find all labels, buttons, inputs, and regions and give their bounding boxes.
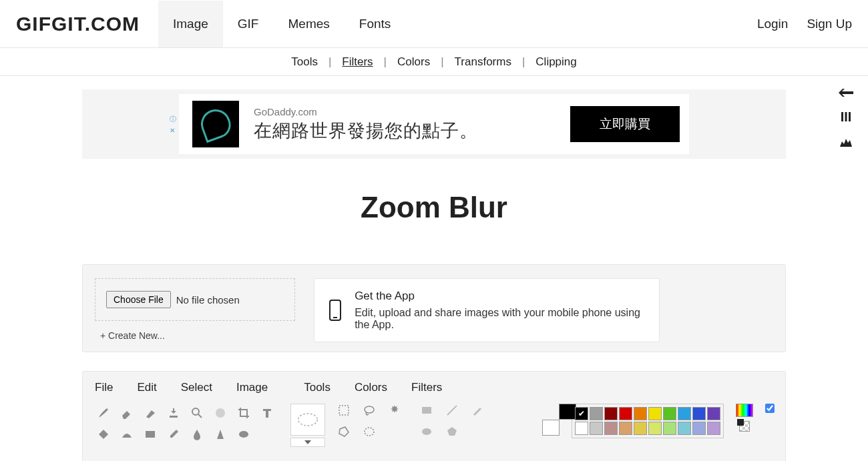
app-card-desc: Edit, upload and share images with your … <box>355 307 644 331</box>
eyedropper-tool-icon[interactable] <box>164 425 184 444</box>
ad-badge[interactable]: ⓘ ✕ <box>170 115 176 134</box>
editor-menubar: File Edit Select Image Tools Colors Filt… <box>93 380 775 404</box>
login-link[interactable]: Login <box>757 17 789 31</box>
subnav-clipping[interactable]: Clipping <box>526 55 586 69</box>
crop-tool-icon[interactable] <box>234 404 254 422</box>
ad-cta-button[interactable]: 立即購買 <box>570 106 680 142</box>
palette-swatch[interactable] <box>619 422 632 435</box>
subnav-transforms[interactable]: Transforms <box>445 55 521 69</box>
create-new-link[interactable]: + Create New... <box>95 330 295 341</box>
subnav-filters[interactable]: Filters <box>333 55 382 69</box>
palette-swatch[interactable] <box>707 422 720 435</box>
no-file-label: No file chosen <box>176 294 240 306</box>
close-icon[interactable]: ✕ <box>170 127 176 134</box>
choose-file-button[interactable]: Choose File <box>106 291 171 308</box>
palette-swatch[interactable] <box>619 407 632 420</box>
palette-swatch[interactable] <box>707 407 720 420</box>
ad-text: GoDaddy.com 在網路世界發揚您的點子。 <box>254 106 570 143</box>
palette-swatch[interactable] <box>692 407 706 420</box>
columns-icon[interactable] <box>841 110 851 125</box>
separator: | <box>439 55 445 69</box>
app-card-title: Get the App <box>355 290 644 303</box>
line-tool-icon[interactable] <box>445 404 465 422</box>
separator: | <box>383 55 388 69</box>
svg-point-10 <box>365 428 374 436</box>
rect-select-icon[interactable] <box>337 404 357 422</box>
svg-point-4 <box>216 408 225 418</box>
transparency-swatch[interactable] <box>739 421 750 432</box>
brush-tool-icon[interactable] <box>93 404 114 422</box>
palette-swatch[interactable] <box>663 407 676 420</box>
polygon-select-icon[interactable] <box>337 425 357 444</box>
nav-memes[interactable]: Memes <box>273 1 344 47</box>
background-swatch[interactable] <box>542 420 560 436</box>
sharpen-tool-icon[interactable] <box>210 425 230 444</box>
color-picker-icon[interactable] <box>736 404 753 417</box>
blur-tool-icon[interactable] <box>187 425 207 444</box>
move-tool-icon[interactable] <box>210 404 230 422</box>
nav-image[interactable]: Image <box>158 1 223 47</box>
selection-tools <box>337 404 408 444</box>
bucket-tool-icon[interactable] <box>93 425 114 444</box>
menu-select[interactable]: Select <box>181 381 212 394</box>
file-dropzone[interactable]: Choose File No file chosen <box>95 278 295 321</box>
menu-image[interactable]: Image <box>236 381 268 394</box>
palette-swatch[interactable] <box>590 407 603 420</box>
subnav-tools[interactable]: Tools <box>282 55 327 69</box>
polygon-shape-icon[interactable] <box>445 425 465 444</box>
smudge-tool-icon[interactable] <box>140 404 160 422</box>
foreground-swatch[interactable] <box>559 404 576 420</box>
ellipse-tool-icon[interactable] <box>234 425 254 444</box>
rectangle-tool-icon[interactable] <box>140 425 160 444</box>
magic-wand-icon[interactable] <box>388 404 408 422</box>
palette-swatch[interactable] <box>590 422 603 435</box>
text-tool-icon[interactable] <box>257 404 277 422</box>
eraser-tool-icon[interactable] <box>117 404 137 422</box>
options-checkbox[interactable] <box>765 404 775 413</box>
info-icon[interactable]: ⓘ <box>170 115 176 124</box>
palette-swatch[interactable] <box>663 422 676 435</box>
pencil-tool-icon[interactable] <box>471 404 491 422</box>
nav-fonts[interactable]: Fonts <box>345 1 406 47</box>
clone-stamp-icon[interactable] <box>164 404 184 422</box>
palette-swatch[interactable] <box>648 422 662 435</box>
palette-swatch[interactable] <box>634 422 647 435</box>
checkbox-input[interactable] <box>765 404 775 413</box>
brush-preview[interactable] <box>290 404 325 436</box>
histogram-icon[interactable] <box>840 135 852 150</box>
palette-swatch[interactable] <box>648 407 662 420</box>
subnav-colors[interactable]: Colors <box>388 55 439 69</box>
menu-edit[interactable]: Edit <box>137 381 156 394</box>
palette-swatch[interactable] <box>692 422 706 435</box>
ellipse-select-icon[interactable] <box>363 425 383 444</box>
svg-point-12 <box>422 428 431 435</box>
palette-swatch[interactable] <box>604 407 618 420</box>
nav-gif[interactable]: GIF <box>223 1 274 47</box>
gradient-tool-icon[interactable] <box>117 425 137 444</box>
ad-title: 在網路世界發揚您的點子。 <box>254 119 570 143</box>
palette-swatch[interactable] <box>604 422 618 435</box>
ad-content[interactable]: ⓘ ✕ GoDaddy.com 在網路世界發揚您的點子。 立即購買 <box>179 94 689 154</box>
palette-swatch[interactable] <box>678 422 691 435</box>
undo-icon[interactable] <box>839 85 853 101</box>
brush-dropdown[interactable] <box>290 438 325 447</box>
site-logo[interactable]: GIFGIT.COM <box>16 13 140 35</box>
menu-file[interactable]: File <box>95 381 113 394</box>
lasso-select-icon[interactable] <box>363 404 383 422</box>
menu-filters[interactable]: Filters <box>411 381 442 394</box>
menu-colors[interactable]: Colors <box>355 381 387 394</box>
palette-swatch[interactable] <box>634 407 647 420</box>
menu-tools[interactable]: Tools <box>304 381 331 394</box>
tool-grid <box>93 404 277 444</box>
brush-panel <box>290 404 325 447</box>
right-rail <box>839 85 853 150</box>
signup-link[interactable]: Sign Up <box>807 17 852 31</box>
ellipse-shape-icon[interactable] <box>420 425 440 444</box>
zoom-tool-icon[interactable] <box>187 404 207 422</box>
palette-swatch[interactable] <box>575 422 588 435</box>
get-app-card[interactable]: Get the App Edit, upload and share image… <box>314 278 660 342</box>
palette-swatch[interactable] <box>575 407 588 420</box>
svg-rect-2 <box>849 112 851 121</box>
rect-shape-icon[interactable] <box>420 404 440 422</box>
palette-swatch[interactable] <box>678 407 691 420</box>
